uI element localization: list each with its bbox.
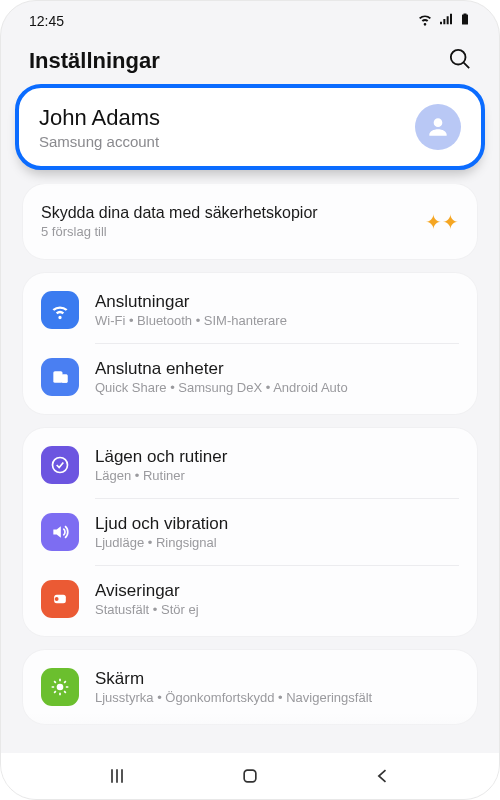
nav-back[interactable] [363, 766, 403, 786]
account-subtitle: Samsung account [39, 133, 160, 150]
avatar [415, 104, 461, 150]
wifi-status-icon [417, 11, 433, 30]
sun-icon [41, 668, 79, 706]
settings-row[interactable]: Skärm Ljusstyrka • Ögonkomfortskydd • Na… [23, 654, 477, 720]
search-icon[interactable] [449, 48, 471, 74]
account-card[interactable]: John Adams Samsung account [15, 84, 485, 170]
account-name: John Adams [39, 105, 160, 131]
row-title: Aviseringar [95, 581, 199, 601]
svg-point-6 [57, 684, 64, 691]
settings-row[interactable]: Ljud och vibration Ljudläge • Ringsignal [23, 499, 477, 565]
nav-home[interactable] [230, 766, 270, 786]
svg-rect-0 [53, 371, 62, 383]
clock: 12:45 [29, 13, 64, 29]
row-title: Anslutningar [95, 292, 287, 312]
sparkle-icon: ✦✦ [425, 210, 459, 234]
svg-point-3 [53, 458, 68, 473]
status-icons [417, 11, 471, 30]
settings-row[interactable]: Anslutningar Wi-Fi • Bluetooth • SIM-han… [23, 277, 477, 343]
suggestion-title: Skydda dina data med säkerhetskopior [41, 204, 318, 222]
wifi-icon [41, 291, 79, 329]
row-subtitle: Quick Share • Samsung DeX • Android Auto [95, 380, 348, 395]
row-title: Skärm [95, 669, 372, 689]
row-subtitle: Lägen • Rutiner [95, 468, 227, 483]
signal-status-icon [438, 11, 454, 30]
row-title: Lägen och rutiner [95, 447, 227, 467]
row-title: Anslutna enheter [95, 359, 348, 379]
row-subtitle: Ljudläge • Ringsignal [95, 535, 228, 550]
row-subtitle: Statusfält • Stör ej [95, 602, 199, 617]
suggestion-row[interactable]: Skydda dina data med säkerhetskopior 5 f… [23, 188, 477, 255]
row-title: Ljud och vibration [95, 514, 228, 534]
bell-icon [41, 580, 79, 618]
settings-row[interactable]: Aviseringar Statusfält • Stör ej [23, 566, 477, 632]
suggestion-subtitle: 5 förslag till [41, 224, 318, 239]
row-subtitle: Ljusstyrka • Ögonkomfortskydd • Navigeri… [95, 690, 372, 705]
svg-rect-7 [244, 770, 256, 782]
check-circle-icon [41, 446, 79, 484]
svg-point-5 [55, 597, 59, 601]
volume-icon [41, 513, 79, 551]
settings-row[interactable]: Lägen och rutiner Lägen • Rutiner [23, 432, 477, 498]
page-title: Inställningar [29, 48, 160, 74]
svg-rect-2 [62, 375, 68, 383]
nav-recents[interactable] [97, 766, 137, 786]
devices-icon [41, 358, 79, 396]
row-subtitle: Wi-Fi • Bluetooth • SIM-hanterare [95, 313, 287, 328]
settings-row[interactable]: Anslutna enheter Quick Share • Samsung D… [23, 344, 477, 410]
battery-status-icon [459, 11, 471, 30]
